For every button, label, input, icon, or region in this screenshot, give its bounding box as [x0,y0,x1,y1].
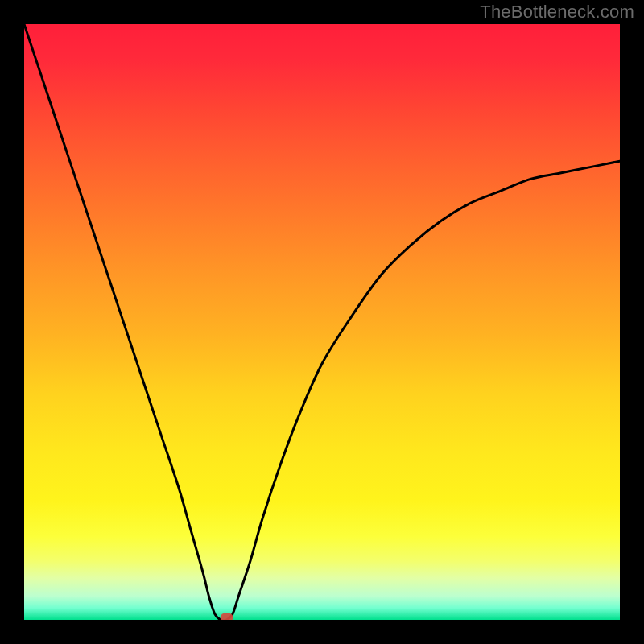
bottleneck-curve [24,24,620,620]
plot-area [24,24,620,620]
chart-frame: TheBottleneck.com [0,0,644,644]
watermark-text: TheBottleneck.com [480,2,634,23]
minimum-marker [221,613,233,620]
curve-layer [24,24,620,620]
